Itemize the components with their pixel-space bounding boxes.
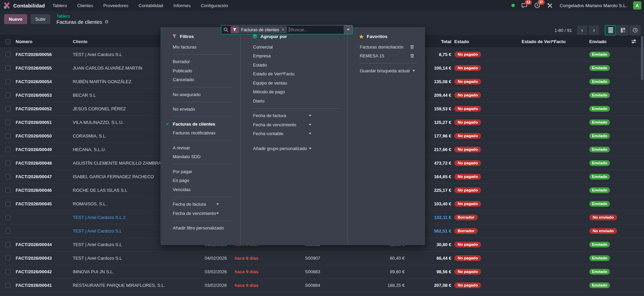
select-all-checkbox[interactable]	[5, 39, 11, 44]
row-checkbox[interactable]	[5, 52, 11, 57]
company-name[interactable]: Congelados Mariano Maroto S.L.	[560, 3, 627, 8]
pager-previous-icon[interactable]: ‹	[577, 25, 587, 35]
filter-item[interactable]: Publicado	[160, 66, 240, 75]
client-name: TEST | Ariel Cardozo S.L	[73, 252, 205, 265]
invoice-number: FACT/2026/00054	[16, 75, 73, 88]
nav-item-informes[interactable]: Informes	[173, 3, 191, 8]
groupby-item[interactable]: Diario	[241, 96, 347, 106]
search-dropdown-panel: Filtros Mis facturasBorradorPublicadoCan…	[160, 27, 425, 245]
new-button[interactable]: Nuevo	[4, 14, 27, 24]
row-checkbox[interactable]	[5, 106, 11, 111]
app-brand[interactable]: Contabilidad	[0, 2, 45, 9]
scrollbar[interactable]	[641, 36, 643, 80]
row-checkbox[interactable]	[5, 188, 11, 193]
user-avatar[interactable]: A	[633, 1, 641, 10]
filter-item[interactable]: Añadir filtro personalizado	[160, 224, 240, 233]
groupby-item[interactable]: Fecha de vencimiento	[241, 120, 319, 129]
sent-badge: Enviado	[589, 255, 610, 261]
activity-view-button[interactable]	[629, 25, 641, 35]
filters-column: Filtros Mis facturasBorradorPublicadoCan…	[160, 27, 241, 245]
row-checkbox[interactable]	[5, 256, 11, 261]
filter-item[interactable]: Fecha de factura	[160, 200, 226, 209]
status-badge: Borrador	[454, 228, 478, 234]
row-checkbox[interactable]	[5, 283, 11, 288]
row-checkbox[interactable]	[5, 133, 11, 138]
filter-item[interactable]: Fecha de vencimiento	[160, 209, 226, 218]
filter-item[interactable]: ✓Facturas de clientes	[160, 119, 240, 129]
row-checkbox[interactable]	[5, 201, 11, 206]
due-date: hace 9 días	[234, 265, 301, 278]
main-menu: TableroClientesProveedoresContabilidadIn…	[52, 3, 228, 8]
trash-icon[interactable]	[410, 45, 414, 49]
filter-item[interactable]: Vencidas	[160, 185, 240, 194]
favorite-item-label: Facturas domiciliación	[360, 44, 404, 50]
presence-dot-icon	[511, 4, 515, 7]
row-checkbox[interactable]	[5, 242, 11, 247]
row-checkbox[interactable]	[5, 120, 11, 125]
kanban-view-button[interactable]	[617, 25, 628, 35]
remove-facet-icon[interactable]: ✕	[282, 27, 285, 32]
groupby-item[interactable]: Equipo de ventas	[241, 78, 347, 88]
groupby-item[interactable]: Añadir grupo personalizado	[241, 144, 319, 153]
messages-icon[interactable]: 13	[521, 2, 528, 9]
invoice-row[interactable]: FACT/2026/00041RESTAURANTE PARQUE MIRAFL…	[0, 279, 644, 292]
filter-item[interactable]: Por pagar	[160, 167, 240, 176]
groupby-item[interactable]: Fecha contable	[241, 129, 319, 138]
search-facet[interactable]: Facturas de clientes ✕	[231, 26, 287, 33]
invoice-row[interactable]: FACT/2026/00043TEST | Ariel Cardozo S.L0…	[0, 252, 644, 265]
groupby-item[interactable]: Estado	[241, 60, 347, 70]
filter-item[interactable]: Borrador	[160, 57, 240, 67]
activities-clock-icon[interactable]: 37	[534, 2, 541, 9]
column-state[interactable]: Estado	[451, 35, 519, 48]
groupby-item[interactable]: Comercial	[241, 42, 347, 52]
filter-item[interactable]: No asegurado	[160, 90, 240, 99]
optional-columns-icon[interactable]	[631, 39, 637, 44]
toggle-dropdown-icon[interactable]	[343, 25, 353, 34]
groupby-item[interactable]: Método de pago	[241, 88, 347, 97]
row-checkbox[interactable]	[5, 174, 11, 179]
filter-item[interactable]: Facturas rectificativas	[160, 129, 240, 138]
row-checkbox[interactable]	[5, 147, 11, 152]
filter-item[interactable]: Cancelado	[160, 75, 240, 85]
favorite-item[interactable]: REMESA 15	[348, 52, 420, 61]
filter-item[interactable]: No enviado	[160, 105, 240, 114]
invoice-number: FACT/2026/00044	[16, 238, 73, 251]
row-checkbox[interactable]	[5, 228, 11, 234]
trash-icon[interactable]	[410, 54, 414, 58]
nav-item-proveedores[interactable]: Proveedores	[103, 3, 129, 8]
filter-item[interactable]: Mis facturas	[160, 42, 240, 52]
chevron-down-icon	[309, 133, 311, 134]
row-checkbox[interactable]	[5, 66, 11, 71]
breadcrumb-parent-link[interactable]: Tablero	[56, 14, 109, 19]
menu-divider	[173, 116, 232, 117]
filter-item-label: Fecha de vencimiento	[173, 211, 216, 216]
save-current-search[interactable]: Guardar búsqueda actual	[348, 66, 425, 75]
nav-item-clientes[interactable]: Clientes	[77, 3, 93, 8]
filter-item[interactable]: Mandato SDD	[160, 152, 240, 162]
groupby-item[interactable]: Empresa	[241, 52, 347, 61]
pager-next-icon[interactable]: ›	[589, 25, 599, 35]
column-verifactu[interactable]: Estado de Veri*Factu	[519, 35, 587, 48]
nav-item-contabilidad[interactable]: Contabilidad	[139, 3, 163, 8]
filter-item[interactable]: En pago	[160, 176, 240, 185]
groupby-item[interactable]: Fecha de factura	[241, 111, 319, 121]
row-checkbox[interactable]	[5, 269, 11, 274]
groupby-item[interactable]: Estado de Veri*Factu	[241, 70, 347, 79]
column-number[interactable]: Número	[16, 35, 73, 48]
search-input[interactable]: Facturas de clientes ✕ Buscar...	[221, 25, 343, 34]
tools-icon[interactable]	[547, 2, 554, 9]
row-checkbox[interactable]	[5, 79, 11, 84]
row-checkbox[interactable]	[5, 215, 11, 220]
nav-item-tablero[interactable]: Tablero	[52, 3, 67, 8]
nav-item-configuración[interactable]: Configuración	[201, 3, 228, 8]
row-checkbox[interactable]	[5, 93, 11, 98]
filter-item[interactable]: A revisar	[160, 143, 240, 152]
status-badge: No pagado	[454, 147, 481, 153]
list-view-button[interactable]	[605, 25, 616, 35]
row-checkbox[interactable]	[5, 161, 11, 166]
favorite-item[interactable]: Facturas domiciliación	[348, 42, 420, 52]
invoice-row[interactable]: FACT/2026/00042IMNOVA PUI JN S.L.03/02/2…	[0, 265, 644, 279]
upload-button[interactable]: Subir	[31, 14, 50, 24]
groupby-item-label: Fecha de vencimiento	[253, 122, 296, 127]
action-gear-icon[interactable]: ⚙	[104, 19, 109, 24]
